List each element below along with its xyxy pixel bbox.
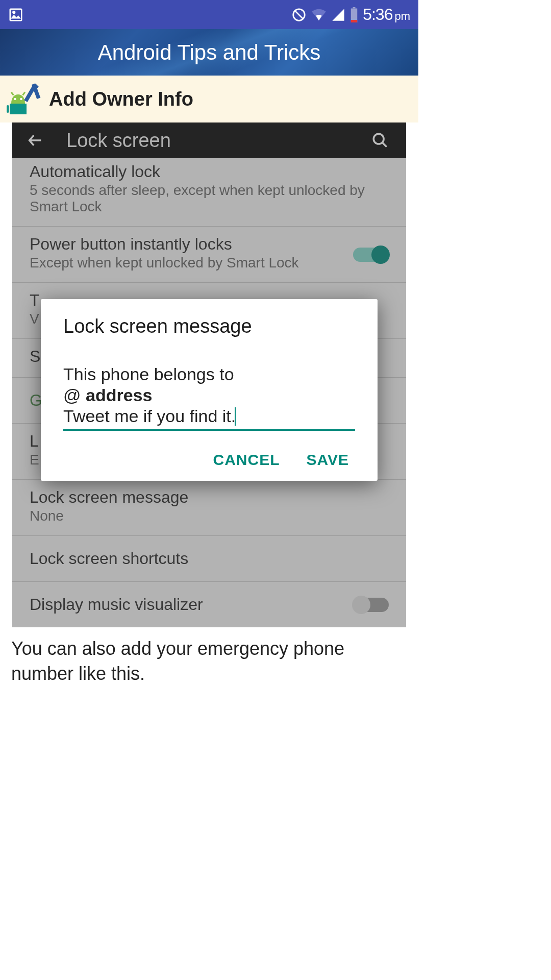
input-line-2: @ address <box>63 385 355 406</box>
svg-rect-12 <box>7 105 9 113</box>
svg-point-1 <box>13 11 15 13</box>
svg-point-15 <box>373 134 384 144</box>
svg-point-9 <box>20 98 22 101</box>
setting-title: Power button instantly locks <box>30 235 389 254</box>
time-ampm: pm <box>394 10 410 22</box>
time-value: 5:36 <box>363 5 392 23</box>
svg-line-10 <box>11 92 14 95</box>
setting-sub: 5 seconds after sleep, except when kept … <box>30 182 389 215</box>
text-cursor <box>235 407 236 426</box>
setting-music-visualizer[interactable]: Display music visualizer <box>12 582 406 627</box>
dnd-icon <box>291 7 307 22</box>
setting-title: Automatically lock <box>30 162 389 181</box>
dialog-input[interactable]: This phone belongs to @ address Tweet me… <box>63 364 355 431</box>
svg-rect-6 <box>351 20 358 22</box>
back-arrow-icon[interactable] <box>27 132 44 149</box>
status-left <box>8 7 23 22</box>
svg-rect-4 <box>353 7 356 9</box>
status-right: 5:36pm <box>291 5 410 24</box>
setting-title: Display music visualizer <box>30 595 389 614</box>
section-title: Add Owner Info <box>49 88 193 110</box>
svg-rect-0 <box>10 9 22 20</box>
search-icon[interactable] <box>371 132 389 149</box>
address-bold: address <box>86 385 152 405</box>
at-symbol: @ <box>63 385 86 405</box>
svg-line-16 <box>382 142 387 147</box>
picture-icon <box>8 7 23 22</box>
android-tools-icon <box>5 81 42 117</box>
app-title: Android Tips and Tricks <box>98 40 321 65</box>
toggle-on[interactable] <box>353 248 389 262</box>
svg-point-8 <box>14 98 16 101</box>
input-line-1: This phone belongs to <box>63 364 355 385</box>
setting-shortcuts[interactable]: Lock screen shortcuts <box>12 536 406 582</box>
setting-sub: None <box>30 508 389 524</box>
footer-text: You can also add your emergency phone nu… <box>0 627 418 686</box>
input-line-3: Tweet me if you find it. <box>63 406 355 427</box>
status-bar: 5:36pm <box>0 0 418 29</box>
dialog-title: Lock screen message <box>63 315 355 337</box>
app-header: Android Tips and Tricks <box>0 29 418 76</box>
dialog-actions: CANCEL SAVE <box>63 451 355 469</box>
section-header: Add Owner Info <box>0 76 418 122</box>
setting-title: Lock screen shortcuts <box>30 549 389 568</box>
battery-icon <box>349 7 359 22</box>
svg-line-11 <box>23 92 26 95</box>
signal-icon <box>331 8 345 22</box>
save-button[interactable]: SAVE <box>307 451 349 469</box>
svg-rect-7 <box>10 104 27 114</box>
cancel-button[interactable]: CANCEL <box>213 451 280 469</box>
setting-lock-message[interactable]: Lock screen message None <box>12 480 406 536</box>
lock-screen-message-dialog: Lock screen message This phone belongs t… <box>41 299 378 481</box>
wifi-icon <box>311 7 327 22</box>
line3-text: Tweet me if you find it. <box>63 406 236 426</box>
inner-screenshot: Lock screen Automatically lock 5 seconds… <box>12 122 406 627</box>
status-time: 5:36pm <box>363 5 410 24</box>
setting-auto-lock[interactable]: Automatically lock 5 seconds after sleep… <box>12 158 406 227</box>
inner-toolbar: Lock screen <box>12 122 406 158</box>
setting-title: Lock screen message <box>30 488 389 507</box>
inner-toolbar-title: Lock screen <box>66 130 171 152</box>
toggle-off[interactable] <box>353 598 389 612</box>
setting-sub: Except when kept unlocked by Smart Lock <box>30 255 389 271</box>
setting-power-lock[interactable]: Power button instantly locks Except when… <box>12 227 406 283</box>
svg-line-3 <box>295 10 303 18</box>
